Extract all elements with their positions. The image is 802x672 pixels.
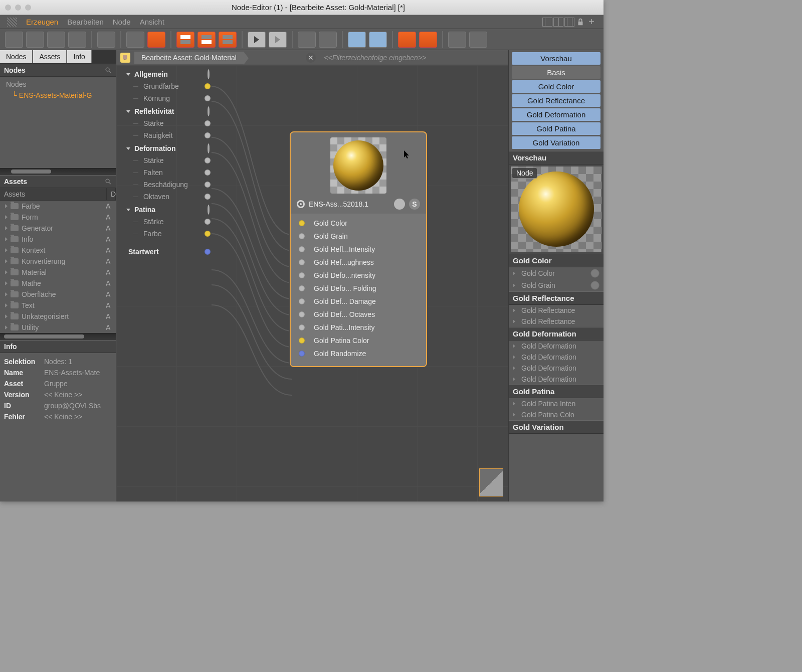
navigator-widget[interactable] [479,468,503,496]
tab-vorschau[interactable]: Vorschau [512,52,600,65]
toolbar-button-c[interactable] [348,32,366,48]
param-item[interactable]: Körnung [122,92,211,104]
node-canvas[interactable]: AllgemeinGrundfarbeKörnungReflektivitätS… [116,65,508,501]
asset-row[interactable]: Kontext A [0,245,116,256]
port-icon[interactable] [208,106,210,116]
port-icon[interactable] [299,220,305,226]
port-icon[interactable] [205,132,211,138]
asset-row[interactable]: Form A [0,212,116,223]
port-icon[interactable] [299,298,305,304]
assets-scrollbar[interactable] [0,333,116,340]
toolbar-button-d[interactable] [369,32,387,48]
asset-row[interactable]: Material A [0,267,116,278]
param-group-title[interactable]: Patina [122,203,211,216]
param-group-title[interactable]: Deformation [122,141,211,154]
port-icon[interactable] [299,285,305,291]
clear-filter-button[interactable]: ✕ [306,53,316,63]
input-slot-icon[interactable] [590,269,599,278]
right-section-header[interactable]: Gold Patina [509,385,604,398]
port-icon[interactable] [208,69,210,79]
tab-basis[interactable]: Basis [512,66,600,79]
toolbar-button-4[interactable] [68,32,86,48]
port-icon[interactable] [299,311,305,317]
property-row[interactable]: Gold Deformation [509,363,604,374]
param-item[interactable]: Startwert [122,246,211,258]
node-port-row[interactable]: Gold Ref...ughness [291,256,426,269]
material-node[interactable]: ENS-Ass...52018.1 S Gold ColorGold Grain… [290,131,427,367]
tab-gold-deformation[interactable]: Gold Deformation [512,108,600,121]
port-icon[interactable] [205,83,211,89]
toolbar-button-7[interactable] [147,32,165,48]
asset-row[interactable]: Info A [0,234,116,245]
port-icon[interactable] [205,194,211,200]
asset-row[interactable]: Text A [0,300,116,311]
layout-icon-2[interactable] [553,18,563,27]
toolbar-button-2[interactable] [26,32,44,48]
minimize-button[interactable] [15,5,21,11]
node-port-row[interactable]: Gold Grain [291,230,426,243]
nodes-root[interactable]: Nodes [3,79,113,90]
param-item[interactable]: Beschädigung [122,179,211,191]
port-icon[interactable] [205,231,211,237]
toolbar-button-1[interactable] [5,32,23,48]
toolbar-row-top[interactable] [176,32,194,48]
right-section-header[interactable]: Gold Variation [509,420,604,434]
port-icon[interactable] [205,95,211,101]
property-row[interactable]: Gold Patina Colo [509,409,604,420]
toolbar-row-bot[interactable] [219,32,237,48]
param-item[interactable]: Grundfarbe [122,80,211,92]
menu-erzeugen[interactable]: Erzeugen [26,18,58,26]
toolbar-button-f[interactable] [419,32,437,48]
nodes-child[interactable]: └ ENS-Assets-Material-G [3,90,113,101]
search-icon[interactable] [105,67,112,74]
right-section-header[interactable]: Gold Color [509,254,604,267]
port-icon[interactable] [299,338,305,344]
param-item[interactable]: Farbe [122,228,211,240]
zoom-button[interactable] [25,5,31,11]
port-icon[interactable] [205,182,211,188]
port-icon[interactable] [299,246,305,252]
param-item[interactable]: Rauigkeit [122,129,211,141]
port-icon[interactable] [205,249,211,255]
node-port-row[interactable]: Gold Pati...Intensity [291,321,426,334]
property-row[interactable]: Gold Reflectance [509,316,604,327]
port-icon[interactable] [208,205,210,215]
tab-nodes[interactable]: Nodes [0,50,33,63]
toolbar-button-b[interactable] [319,32,337,48]
toolbar-button-5[interactable] [97,32,115,48]
node-port-row[interactable]: Gold Randomize [291,347,426,360]
port-icon[interactable] [208,143,210,153]
right-section-header[interactable]: Gold Deformation [509,327,604,341]
tab-gold-variation[interactable]: Gold Variation [512,136,600,149]
tab-assets[interactable]: Assets [33,50,67,63]
asset-row[interactable]: Oberfläche A [0,289,116,300]
toolbar-button-6[interactable] [126,32,144,48]
filter-input[interactable]: <<Filterzeichenfolge eingeben>> [320,54,504,62]
property-row[interactable]: Gold Deformation [509,352,604,363]
layout-icon-3[interactable] [564,18,574,27]
node-port-row[interactable]: Gold Def... Octaves [291,308,426,321]
right-section-header[interactable]: Gold Reflectance [509,291,604,305]
property-row[interactable]: Gold Patina Inten [509,398,604,409]
node-port-row[interactable]: Gold Refl...Intensity [291,243,426,256]
plus-icon[interactable]: + [586,18,596,27]
asset-row[interactable]: Unkategorisiert A [0,311,116,322]
node-port-row[interactable]: Gold Def... Damage [291,295,426,308]
menu-bearbeiten[interactable]: Bearbeiten [67,18,104,26]
port-icon[interactable] [205,157,211,163]
toolbar-button-e[interactable] [398,32,416,48]
toolbar-play-2[interactable] [269,32,287,48]
property-row[interactable]: Gold Deformation [509,374,604,385]
pin-icon[interactable] [120,53,130,63]
toolbar-button-h[interactable] [469,32,487,48]
port-icon[interactable] [205,170,211,176]
property-row[interactable]: Gold Reflectance [509,305,604,316]
asset-row[interactable]: Utility A [0,322,116,333]
asset-row[interactable]: Konvertierung A [0,256,116,267]
param-item[interactable]: Falten [122,166,211,179]
node-port-row[interactable]: Gold Color [291,217,426,230]
param-item[interactable]: Stärke [122,154,211,166]
node-port-row[interactable]: Gold Defo... Folding [291,282,426,295]
search-icon[interactable] [105,178,112,185]
param-group-title[interactable]: Allgemein [122,67,211,80]
